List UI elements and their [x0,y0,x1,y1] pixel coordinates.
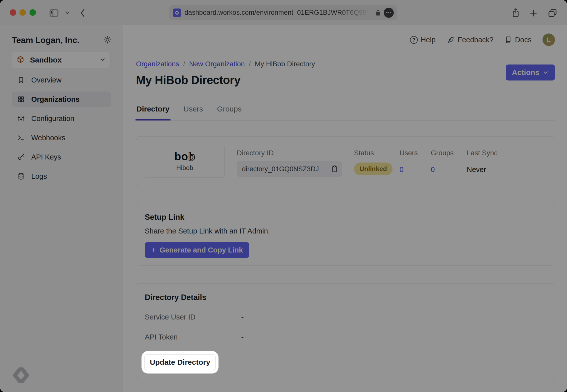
update-directory-spotlight: Update Directory [142,351,218,374]
update-directory-button[interactable]: Update Directory [144,354,216,370]
browser-window: dashboard.workos.com/environment_01ERG1B… [0,0,567,392]
dim-overlay [0,0,567,392]
